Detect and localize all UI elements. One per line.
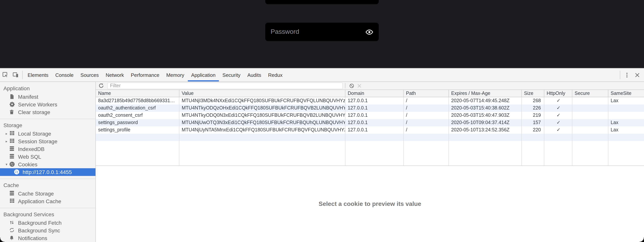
sidebar-item-indexeddb[interactable]: IndexedDB bbox=[0, 145, 96, 153]
sidebar-item-cache-storage[interactable]: Cache Storage bbox=[0, 190, 96, 197]
sidebar-item-application-cache[interactable]: Application Cache bbox=[0, 197, 96, 205]
tab-console[interactable]: Console bbox=[52, 68, 77, 81]
column-header-size[interactable]: Size bbox=[522, 90, 544, 97]
sidebar-item-local-storage[interactable]: ▸ Local Storage bbox=[0, 130, 96, 138]
cell-httponly[interactable]: ✓ bbox=[544, 119, 572, 126]
sidebar-section-title: Storage bbox=[0, 120, 96, 130]
sidebar-item-web-sql[interactable]: Web SQL bbox=[0, 153, 96, 161]
sidebar-item-session-storage[interactable]: ▸ Session Storage bbox=[0, 138, 96, 145]
cell-path[interactable]: / bbox=[404, 104, 449, 112]
cell-httponly[interactable]: ✓ bbox=[544, 126, 572, 134]
sidebar-item-manifest[interactable]: Manifest bbox=[0, 93, 96, 101]
inspect-icon[interactable] bbox=[0, 68, 10, 81]
cell-domain[interactable]: 127.0.0.1 bbox=[346, 112, 404, 119]
expander-arrow-icon[interactable]: ▸ bbox=[4, 132, 9, 136]
cell-path[interactable]: / bbox=[404, 119, 449, 126]
cell-secure[interactable] bbox=[572, 112, 608, 119]
eye-icon[interactable] bbox=[365, 28, 373, 36]
cell-value[interactable]: MTU4NjUyNTA5MnxEdi1CQkFFQ180SUFBUkFCRUFB… bbox=[180, 126, 346, 134]
cell-name[interactable]: oauth2_authentication_csrf bbox=[96, 104, 180, 112]
cell-domain[interactable]: 127.0.0.1 bbox=[346, 119, 404, 126]
cell-domain[interactable]: 127.0.0.1 bbox=[346, 97, 404, 104]
cookie-row[interactable]: settings_profileMTU4NjUyNTA5MnxEdi1CQkFF… bbox=[96, 126, 644, 134]
column-header-path[interactable]: Path bbox=[404, 90, 449, 97]
cell-samesite[interactable]: Lax bbox=[608, 119, 644, 126]
cookie-row[interactable]: oauth2_consent_csrfMTU4NTkyODQ0N3xEdi1CQ… bbox=[96, 112, 644, 119]
column-header-secure[interactable]: Secure bbox=[572, 90, 608, 97]
clear-all-icon[interactable] bbox=[348, 82, 355, 89]
cell-value[interactable]: MTU4NjUwOTQ3N3xEdi1CQkFFQ180SUFBUkFCRUFB… bbox=[180, 119, 346, 126]
cell-size[interactable]: 220 bbox=[522, 126, 544, 134]
cell-name[interactable]: settings_password bbox=[96, 119, 180, 126]
cell-expires[interactable]: 2020-05-07T14:49:45.248Z bbox=[449, 97, 522, 104]
column-header-samesite[interactable]: SameSite bbox=[608, 90, 644, 97]
sidebar-item-http-127-0-0-1-4455[interactable]: http://127.0.0.1:4455 bbox=[0, 168, 96, 176]
cell-httponly[interactable]: ✓ bbox=[544, 112, 572, 119]
cell-path[interactable]: / bbox=[404, 97, 449, 104]
cell-samesite[interactable] bbox=[608, 104, 644, 112]
cell-httponly[interactable]: ✓ bbox=[544, 97, 572, 104]
cell-path[interactable]: / bbox=[404, 126, 449, 134]
column-header-expires[interactable]: Expires / Max-Age bbox=[449, 90, 522, 97]
cell-expires[interactable]: 2020-05-03T15:40:38.602Z bbox=[449, 104, 522, 112]
column-header-value[interactable]: Value bbox=[180, 90, 346, 97]
cookie-row[interactable]: 8a3d27185b49d7758d8bb669331…MTU4NjI3MDk4… bbox=[96, 97, 644, 104]
tab-memory[interactable]: Memory bbox=[163, 68, 188, 81]
cell-secure[interactable] bbox=[572, 119, 608, 126]
cell-samesite[interactable]: Lax bbox=[608, 126, 644, 134]
cell-domain[interactable]: 127.0.0.1 bbox=[346, 104, 404, 112]
cell-path[interactable]: / bbox=[404, 112, 449, 119]
kebab-menu-icon[interactable] bbox=[622, 68, 632, 81]
tab-redux[interactable]: Redux bbox=[265, 68, 286, 81]
refresh-icon[interactable] bbox=[97, 82, 105, 89]
sidebar-item-background-fetch[interactable]: Background Fetch bbox=[0, 219, 96, 227]
cell-domain[interactable]: 127.0.0.1 bbox=[346, 126, 404, 134]
cookie-row[interactable]: oauth2_authentication_csrfMTU4NTkyODQzOH… bbox=[96, 104, 644, 112]
tab-elements[interactable]: Elements bbox=[24, 68, 52, 81]
tab-network[interactable]: Network bbox=[102, 68, 127, 81]
expander-arrow-icon[interactable]: ▾ bbox=[4, 163, 9, 166]
filter-input[interactable] bbox=[107, 82, 343, 89]
sidebar-item-notifications[interactable]: Notifications bbox=[0, 234, 96, 242]
cell-value[interactable]: MTU4NjI3MDk4NXxEdi1CQkFFQ180SUFBUkFCRUFB… bbox=[180, 97, 346, 104]
column-header-httponly[interactable]: HttpOnly bbox=[544, 90, 572, 97]
cell-samesite[interactable]: Lax bbox=[608, 97, 644, 104]
cell-secure[interactable] bbox=[572, 97, 608, 104]
tab-security[interactable]: Security bbox=[219, 68, 244, 81]
cell-name[interactable]: 8a3d27185b49d7758d8bb669331… bbox=[96, 97, 180, 104]
sidebar-item-service-workers[interactable]: Service Workers bbox=[0, 101, 96, 108]
identifier-field[interactable] bbox=[265, 0, 379, 4]
column-header-domain[interactable]: Domain bbox=[346, 90, 404, 97]
sidebar-item-background-sync[interactable]: Background Sync bbox=[0, 227, 96, 234]
cell-value[interactable]: MTU4NTkyODQzOHxEdi1CQkFFQ180SUFBUkFCRUFB… bbox=[180, 104, 346, 112]
sidebar-item-label: Cookies bbox=[18, 161, 38, 168]
delete-x-icon[interactable] bbox=[355, 82, 363, 89]
tab-performance[interactable]: Performance bbox=[128, 68, 163, 81]
cell-domain bbox=[346, 141, 404, 166]
cell-size[interactable]: 219 bbox=[522, 112, 544, 119]
cookie-row[interactable]: settings_passwordMTU4NjUwOTQ3N3xEdi1CQkF… bbox=[96, 119, 644, 126]
cell-size[interactable]: 268 bbox=[522, 97, 544, 104]
tab-sources[interactable]: Sources bbox=[77, 68, 102, 81]
cell-size[interactable]: 157 bbox=[522, 119, 544, 126]
tab-application[interactable]: Application bbox=[188, 68, 219, 81]
cell-name[interactable]: settings_profile bbox=[96, 126, 180, 134]
column-header-name[interactable]: Name bbox=[96, 90, 180, 97]
cell-httponly[interactable]: ✓ bbox=[544, 104, 572, 112]
cell-expires[interactable]: 2020-05-10T09:04:37.414Z bbox=[449, 119, 522, 126]
sidebar-item-cookies[interactable]: ▾ Cookies bbox=[0, 161, 96, 168]
cell-secure[interactable] bbox=[572, 104, 608, 112]
cell-size[interactable]: 226 bbox=[522, 104, 544, 112]
device-toolbar-icon[interactable] bbox=[10, 68, 21, 81]
cell-value[interactable]: MTU4NTkyODQ0N3xEdi1CQkFFQ180SUFBUkFCRUFB… bbox=[180, 112, 346, 119]
cell-name[interactable]: oauth2_consent_csrf bbox=[96, 112, 180, 119]
cell-expires[interactable]: 2020-05-10T13:24:52.356Z bbox=[449, 126, 522, 134]
expander-arrow-icon[interactable]: ▸ bbox=[4, 140, 9, 143]
cell-expires[interactable]: 2020-05-03T15:40:47.903Z bbox=[449, 112, 522, 119]
sidebar-item-clear-storage[interactable]: Clear storage bbox=[0, 108, 96, 116]
cell-secure[interactable] bbox=[572, 126, 608, 134]
tab-audits[interactable]: Audits bbox=[244, 68, 265, 81]
close-icon[interactable] bbox=[632, 68, 642, 81]
cell-samesite[interactable] bbox=[608, 112, 644, 119]
password-field[interactable]: Password bbox=[265, 23, 379, 41]
